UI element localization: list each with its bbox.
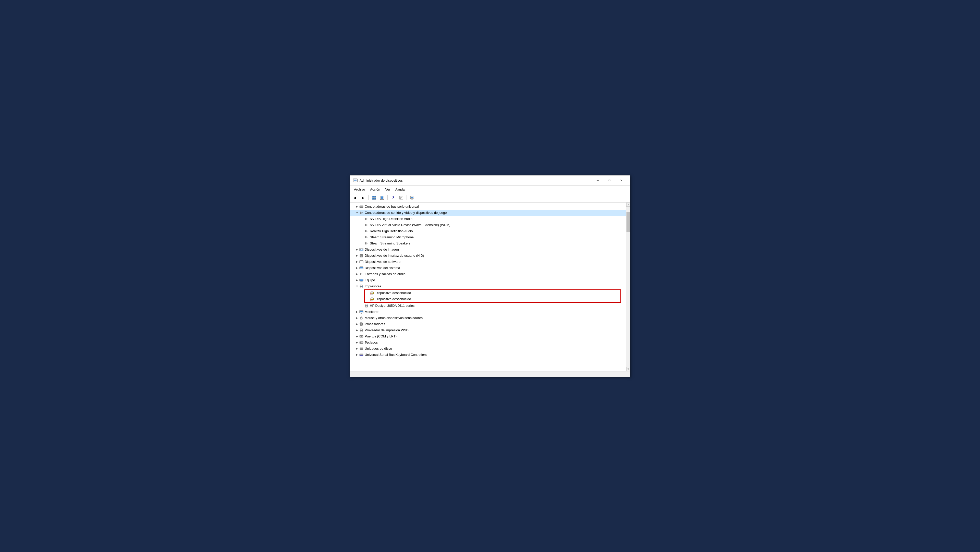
- tree-item-hp-deskjet[interactable]: ▶ HP Deskjet 3050A J611 series: [350, 303, 626, 309]
- icon-hid: [359, 254, 364, 258]
- menu-accion[interactable]: Acción: [368, 187, 382, 192]
- tree-item-software[interactable]: ▶ Dispositivos de software: [350, 259, 626, 265]
- icon-procesadores: [359, 322, 364, 327]
- tree-item-nvidia-virtual[interactable]: ▶ NVIDIA Virtual Audio Device (Wave Exte…: [350, 222, 626, 228]
- tree-item-unidades[interactable]: ▶ Unidades de disco: [350, 346, 626, 352]
- tree-item-puertos[interactable]: ▶ Puertos (COM y LPT): [350, 333, 626, 340]
- properties-button[interactable]: [397, 194, 405, 201]
- svg-rect-25: [365, 224, 366, 226]
- svg-rect-65: [360, 311, 363, 313]
- label-monitores: Monitores: [365, 310, 379, 314]
- toolbar-separator-2: [387, 195, 388, 200]
- icon-mouse: [359, 316, 364, 320]
- svg-rect-57: [371, 300, 373, 301]
- svg-point-33: [362, 255, 363, 255]
- svg-rect-98: [360, 343, 363, 343]
- label-steam-speakers: Steam Streaming Speakers: [370, 241, 410, 245]
- tree-item-mouse[interactable]: ▶ Mouse y otros dispositivos señaladores: [350, 315, 626, 321]
- expand-icon-hid: ▶: [355, 254, 359, 258]
- tree-item-bus-controllers[interactable]: ▶ Controladoras de bus serie universal: [350, 204, 626, 210]
- tree-item-equipo[interactable]: ▶ Equipo: [350, 277, 626, 283]
- view-button-1[interactable]: [370, 194, 378, 201]
- menu-ver[interactable]: Ver: [383, 187, 392, 192]
- back-button[interactable]: ◀: [351, 194, 359, 201]
- tree-item-monitores[interactable]: ▶ Monitores: [350, 309, 626, 315]
- scroll-track[interactable]: [626, 207, 630, 367]
- computer-button[interactable]: [408, 194, 416, 201]
- tree-item-system[interactable]: ▶ Dispositivos del sistema: [350, 265, 626, 271]
- menu-bar: Archivo Acción Ver Ayuda: [350, 186, 630, 193]
- svg-rect-5: [374, 196, 375, 198]
- svg-rect-62: [366, 306, 368, 307]
- icon-nvidia-virtual: [364, 223, 369, 227]
- close-button[interactable]: ✕: [615, 175, 627, 185]
- forward-button[interactable]: ▶: [359, 194, 367, 201]
- tree-item-hid[interactable]: ▶ Dispositivos de interfaz de usuario (H…: [350, 253, 626, 259]
- tree-item-procesadores[interactable]: ▶: [350, 321, 626, 327]
- tree-item-nvidia-hda[interactable]: ▶ NVIDIA High Definition Audio: [350, 216, 626, 222]
- svg-point-92: [363, 336, 363, 337]
- svg-rect-28: [365, 242, 366, 244]
- tree-item-steam-mic[interactable]: ▶ Steam Streaming Microphone: [350, 234, 626, 240]
- svg-rect-87: [360, 331, 363, 332]
- svg-point-53: [373, 293, 373, 293]
- svg-point-32: [361, 255, 361, 255]
- icon-hp-deskjet: [364, 303, 369, 308]
- svg-rect-9: [381, 196, 383, 199]
- svg-rect-52: [371, 294, 373, 295]
- svg-rect-44: [360, 279, 363, 281]
- svg-point-38: [361, 260, 361, 261]
- toolbar: ◀ ▶ ?: [350, 193, 630, 203]
- tree-item-desconocido2[interactable]: ▶ ! Dispositivo desconocido: [365, 296, 620, 302]
- svg-rect-24: [365, 218, 366, 220]
- expand-icon-procesadores: ▶: [355, 322, 359, 326]
- minimize-button[interactable]: ─: [592, 175, 604, 185]
- tree-item-audio-controllers[interactable]: ▼ Controladoras de sonido y vídeo y disp…: [350, 210, 626, 216]
- svg-rect-23: [360, 212, 361, 214]
- icon-equipo: [359, 278, 364, 282]
- tree-item-steam-speakers[interactable]: ▶ Steam Streaming Speakers: [350, 240, 626, 247]
- icon-software: [359, 260, 364, 264]
- expand-icon-system: ▶: [355, 266, 359, 270]
- svg-rect-51: [371, 292, 373, 293]
- expand-icon-image: ▶: [355, 247, 359, 252]
- unknown-devices-red-box: ▶ ! Dispositivo desconocido ▶: [364, 289, 621, 303]
- scroll-up[interactable]: ▲: [626, 203, 630, 207]
- scroll-down[interactable]: ▼: [626, 367, 630, 371]
- tree-item-audio-io[interactable]: ▶ Entradas y salidas de audio: [350, 271, 626, 277]
- tree-item-desconocido1[interactable]: ▶ ! Dispositivo desconocido: [365, 290, 620, 296]
- maximize-button[interactable]: □: [604, 175, 615, 185]
- view-button-2[interactable]: [378, 194, 386, 201]
- svg-rect-72: [361, 323, 362, 325]
- label-nvidia-virtual: NVIDIA Virtual Audio Device (Wave Extens…: [370, 223, 450, 227]
- icon-system: [359, 266, 364, 270]
- toolbar-separator-1: [368, 195, 369, 200]
- icon-monitores: [359, 310, 364, 314]
- tree-item-realtek[interactable]: ▶ Realtek High Definition Audio: [350, 228, 626, 234]
- expand-icon-monitores: ▶: [355, 310, 359, 314]
- svg-rect-4: [372, 196, 374, 198]
- svg-rect-56: [371, 298, 373, 299]
- label-wsd: Proveedor de impresión WSD: [365, 328, 409, 332]
- svg-rect-105: [362, 354, 363, 355]
- tree-item-impresoras[interactable]: ▼ Impresoras: [350, 283, 626, 289]
- tree-item-image-devices[interactable]: ▶ Dispositivos de imagen: [350, 247, 626, 253]
- svg-point-63: [367, 305, 368, 306]
- tree-item-usb-keyboard[interactable]: ▶ Universal Serial Bus Keyboard Controll…: [350, 352, 626, 358]
- svg-text:!: !: [370, 299, 371, 301]
- expand-icon-unidades: ▶: [355, 347, 359, 351]
- menu-ayuda[interactable]: Ayuda: [393, 187, 407, 192]
- svg-point-58: [373, 299, 373, 299]
- window-icon: [353, 178, 358, 183]
- help-button[interactable]: ?: [389, 194, 397, 201]
- scroll-thumb[interactable]: [627, 212, 630, 232]
- label-audio-io: Entradas y salidas de audio: [365, 272, 406, 276]
- icon-audio-controllers: [359, 211, 364, 215]
- label-hp-deskjet: HP Deskjet 3050A J611 series: [370, 304, 414, 308]
- tree-item-wsd[interactable]: ▶ Proveedor de impresión WSD: [350, 327, 626, 333]
- icon-realtek: [364, 229, 369, 233]
- menu-archivo[interactable]: Archivo: [352, 187, 367, 192]
- expand-icon-audio: ▼: [355, 211, 359, 215]
- svg-rect-21: [361, 206, 362, 207]
- tree-item-teclados[interactable]: ▶ Teclados: [350, 340, 626, 346]
